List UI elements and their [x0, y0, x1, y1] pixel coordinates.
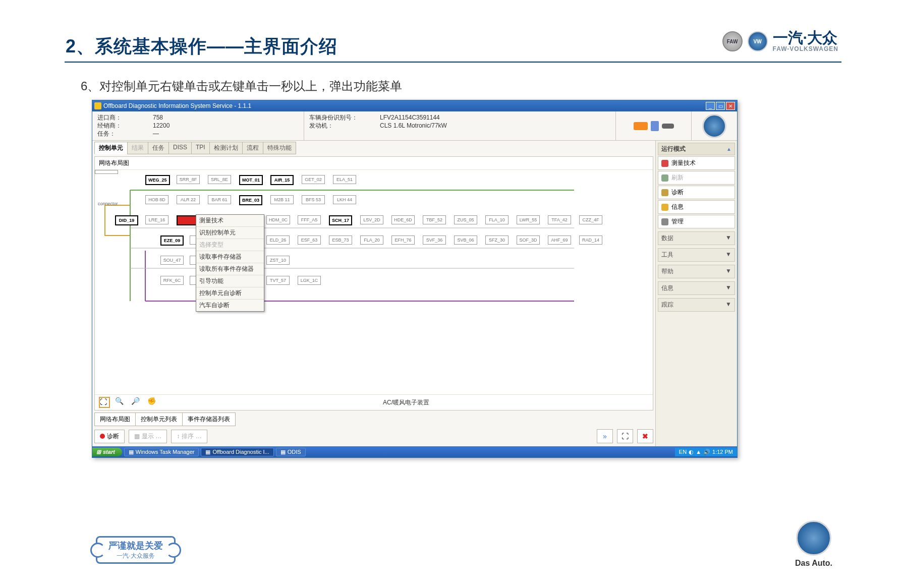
- ecu-node[interactable]: ALR 22: [177, 195, 200, 204]
- ecu-node[interactable]: DID_19: [115, 215, 138, 225]
- sort-button[interactable]: ↕排序 …: [171, 430, 207, 443]
- tab-TPI[interactable]: TPI: [191, 142, 210, 154]
- ecu-node[interactable]: TFA_42: [548, 215, 571, 224]
- ecu-node[interactable]: ESB_73: [329, 236, 352, 245]
- ecu-node[interactable]: WEG_25: [145, 175, 170, 185]
- zoom-fit-icon[interactable]: ⛶: [99, 397, 110, 408]
- ecu-node[interactable]: ZST_10: [266, 256, 290, 265]
- ecu-node[interactable]: LWR_55: [517, 215, 540, 224]
- side-group-信息[interactable]: 信息▼: [658, 281, 735, 295]
- bottom-tab[interactable]: 网络布局图: [94, 413, 136, 426]
- ecu-node[interactable]: LRE_16: [145, 215, 168, 224]
- ecu-node[interactable]: BFS 53: [302, 195, 325, 204]
- ecu-node[interactable]: BAR 61: [208, 195, 231, 204]
- tray-icon[interactable]: 🔊: [703, 449, 710, 455]
- ecu-node[interactable]: RFK_6C: [160, 276, 184, 285]
- taskbar-item[interactable]: ▦Windows Task Manager: [124, 448, 199, 456]
- tab-DISS[interactable]: DISS: [168, 142, 192, 154]
- tab-特殊功能[interactable]: 特殊功能: [263, 142, 296, 154]
- lang-indicator[interactable]: EN: [679, 449, 687, 455]
- minimize-button[interactable]: _: [706, 102, 715, 110]
- ecu-node[interactable]: SRL_8E: [208, 175, 231, 184]
- bottom-tab[interactable]: 控制单元列表: [135, 413, 183, 426]
- ecu-node[interactable]: ESF_63: [298, 236, 321, 245]
- ecu-node[interactable]: ZUS_05: [454, 215, 477, 224]
- ecu-node[interactable]: EZE_09: [160, 236, 184, 246]
- diag-button[interactable]: 诊断: [94, 430, 125, 443]
- ecu-node[interactable]: HDE_6D: [391, 215, 415, 224]
- next-button[interactable]: »: [597, 429, 613, 443]
- ctx-item[interactable]: 汽车自诊断: [196, 300, 264, 311]
- side-group-工具[interactable]: 工具▼: [658, 248, 735, 262]
- ctx-item[interactable]: 引导功能: [196, 275, 264, 287]
- side-group-跟踪[interactable]: 跟踪▼: [658, 298, 735, 312]
- ecu-node[interactable]: SRR_8F: [177, 175, 200, 184]
- ecu-node[interactable]: TVT_57: [266, 276, 290, 285]
- ecu-node[interactable]: AIR_15: [270, 175, 294, 185]
- ecu-node[interactable]: M2B 11: [270, 195, 294, 204]
- ecu-node[interactable]: SOF_3D: [517, 236, 540, 245]
- ecu-node[interactable]: AHF_69: [548, 236, 571, 245]
- ecu-node[interactable]: ELA_51: [333, 175, 356, 184]
- ecu-node[interactable]: SCH_17: [329, 215, 352, 225]
- side-group-数据[interactable]: 数据▼: [658, 231, 735, 245]
- ecu-node[interactable]: GET_02: [302, 175, 325, 184]
- ecu-node[interactable]: SVB_06: [454, 236, 477, 245]
- taskbar-item[interactable]: ▦Offboard Diagnostic I...: [201, 448, 273, 456]
- zoom-out-icon[interactable]: 🔎: [131, 397, 142, 408]
- side-btn-诊断[interactable]: 诊断: [658, 186, 735, 199]
- zoom-in-icon[interactable]: 🔍: [115, 397, 126, 408]
- car-icon[interactable]: [634, 122, 648, 130]
- ecu-node[interactable]: LKH 44: [333, 195, 356, 204]
- show-button[interactable]: ▦显示 …: [129, 430, 167, 443]
- side-btn-信息[interactable]: 信息: [658, 200, 735, 214]
- ecu-node[interactable]: HDM_0C: [266, 215, 290, 224]
- titlebar[interactable]: Offboard Diagnostic Information System S…: [92, 100, 737, 111]
- ecu-node[interactable]: TBF_52: [423, 215, 446, 224]
- maximize-button[interactable]: ▭: [716, 102, 725, 110]
- ctx-item[interactable]: 测量技术: [196, 215, 264, 227]
- ecu-node[interactable]: ELD_26: [266, 236, 290, 245]
- ctx-item[interactable]: 读取事件存储器: [196, 251, 264, 263]
- ecu-node[interactable]: EFH_76: [391, 236, 415, 245]
- taskbar-item[interactable]: ▦ODIS: [276, 448, 306, 456]
- expand-button[interactable]: ⛶: [617, 429, 633, 443]
- ecu-node[interactable]: [95, 170, 118, 174]
- network-diagram[interactable]: connector 测量技术识别控制单元选择变型读取事件存储器读取所有事件存储器…: [95, 170, 653, 394]
- side-group-mode[interactable]: 运行模式▲: [658, 143, 735, 155]
- tab-任务[interactable]: 任务: [148, 142, 169, 154]
- tab-结果[interactable]: 结果: [127, 142, 148, 154]
- close-button[interactable]: ✕: [726, 102, 735, 110]
- ecu-node[interactable]: FLA_20: [360, 236, 383, 245]
- tab-检测计划[interactable]: 检测计划: [209, 142, 243, 154]
- ctx-item[interactable]: 读取所有事件存储器: [196, 263, 264, 275]
- key-icon[interactable]: [662, 124, 674, 129]
- server-icon[interactable]: [651, 121, 659, 131]
- tab-流程[interactable]: 流程: [242, 142, 263, 154]
- ecu-node[interactable]: HOB 8D: [145, 195, 168, 204]
- ecu-node[interactable]: FLA_10: [485, 215, 509, 224]
- ecu-node[interactable]: FFF_A5: [298, 215, 321, 224]
- ecu-node[interactable]: BRE_03: [239, 195, 262, 205]
- tray-icon[interactable]: ◐: [689, 449, 694, 455]
- ctx-item[interactable]: 控制单元自诊断: [196, 287, 264, 300]
- ecu-node[interactable]: RAD_14: [579, 236, 602, 245]
- ecu-node[interactable]: CZZ_4F: [579, 215, 602, 224]
- ctx-item[interactable]: 识别控制单元: [196, 227, 264, 239]
- ecu-node[interactable]: MOT_01: [239, 175, 263, 185]
- system-tray[interactable]: EN ◐ ▲ 🔊 1:12 PM: [675, 448, 737, 456]
- ecu-node[interactable]: LSV_2D: [360, 215, 383, 224]
- start-button[interactable]: ⊞start: [92, 448, 122, 456]
- ecu-node[interactable]: SFZ_30: [485, 236, 509, 245]
- tab-控制单元[interactable]: 控制单元: [94, 142, 128, 154]
- tray-icon[interactable]: ▲: [696, 449, 701, 455]
- grab-icon[interactable]: ✊: [147, 397, 158, 408]
- side-btn-管理[interactable]: 管理: [658, 215, 735, 228]
- ecu-node[interactable]: LGK_1C: [298, 276, 321, 285]
- bottom-tab[interactable]: 事件存储器列表: [182, 413, 236, 426]
- clock[interactable]: 1:12 PM: [712, 449, 733, 455]
- ecu-node[interactable]: SVF_36: [423, 236, 446, 245]
- cancel-button[interactable]: ✖: [637, 429, 653, 443]
- side-group-帮助[interactable]: 帮助▼: [658, 265, 735, 278]
- side-btn-测量技术[interactable]: 测量技术: [658, 156, 735, 170]
